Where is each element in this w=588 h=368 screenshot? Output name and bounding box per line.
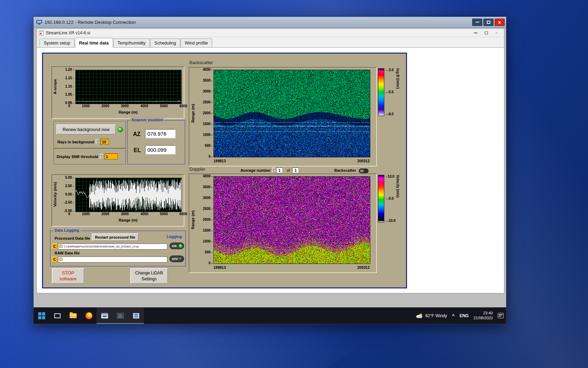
- tick-label: 1000: [82, 104, 90, 108]
- tick-label: 2500: [203, 207, 212, 211]
- tick-label: 4000: [203, 175, 212, 178]
- tick-label: 2000: [203, 111, 212, 115]
- tick-label: 1000: [82, 212, 90, 216]
- renew-background-button[interactable]: Renew background now: [56, 124, 116, 135]
- tick-label: 0: [209, 261, 212, 265]
- tick-label: 1000: [203, 133, 212, 137]
- close-icon: ×: [495, 30, 498, 35]
- az-value-field[interactable]: 078.976: [145, 129, 176, 138]
- backscatter-frame: Range (m) 400035003000250020001500100050…: [189, 67, 377, 166]
- raw-drive-button[interactable]: C: [52, 257, 57, 263]
- remote-desktop-area: StreamLine XR v14-6.vi × System setupRea…: [34, 28, 506, 324]
- tick-label: 3500: [203, 79, 212, 82]
- tab-wind-profile[interactable]: Wind profile: [181, 39, 212, 47]
- rdp-titlebar[interactable]: 192.168.0.122 - Remote Desktop Connectio…: [34, 17, 506, 28]
- folder-browse-icon[interactable]: [59, 245, 63, 248]
- renew-background-led-icon: [118, 127, 123, 132]
- clock-time: 23:40: [483, 311, 493, 316]
- tick-label: 1.05: [65, 93, 74, 96]
- tick-label: 3000: [121, 104, 129, 108]
- weather-cloud-icon: [415, 313, 423, 319]
- change-lidar-settings-button[interactable]: Change LiDAR Settings: [130, 268, 168, 284]
- tick-label: 1.15: [65, 76, 74, 80]
- backscatter-toggle-switch[interactable]: [359, 169, 369, 173]
- raw-logging-switch[interactable]: OFF: [169, 255, 184, 262]
- scan-scheduler-button[interactable]: Scan sched: [112, 307, 128, 324]
- processed-drive-button[interactable]: C: [52, 244, 57, 250]
- ascope-xlabel: Range (m): [75, 110, 181, 114]
- stop-software-button[interactable]: STOP software: [52, 268, 84, 284]
- tab-system-setup[interactable]: System setup: [40, 39, 75, 47]
- taskbar-left: Scan sched: [34, 307, 144, 324]
- tab-strip: System setupReal time dataTemp/humidityS…: [37, 37, 504, 48]
- hidden-icons-chevron[interactable]: ^: [449, 307, 457, 324]
- app-minimize-button[interactable]: [470, 29, 481, 36]
- file-explorer-icon: [70, 313, 77, 318]
- start-button[interactable]: [34, 307, 49, 324]
- minimize-icon: [474, 33, 477, 33]
- app-close-button[interactable]: ×: [491, 29, 502, 36]
- snr-spinner[interactable]: ▲▼: [100, 154, 103, 159]
- clock-widget[interactable]: 23:40 21/08/2023: [471, 307, 495, 324]
- average-total-field[interactable]: 1: [292, 168, 299, 173]
- tick-label: 4000: [203, 68, 212, 71]
- rdp-close-button[interactable]: ×: [495, 19, 505, 26]
- tick-label: 0.00: [65, 193, 74, 196]
- firefox-icon: [85, 312, 92, 319]
- tab-temp-humidity[interactable]: Temp/humidity: [113, 39, 150, 47]
- tick-label: 500: [205, 251, 212, 254]
- el-value-field[interactable]: 000.099: [145, 145, 176, 155]
- streamline-app-button[interactable]: [97, 307, 112, 324]
- windows-logo-icon: [38, 312, 45, 319]
- processed-data-file-label: Processed Data file: [55, 236, 90, 240]
- tick-label: 6000: [180, 104, 187, 108]
- average-number-field[interactable]: 1: [276, 168, 283, 173]
- app-titlebar[interactable]: StreamLine XR v14-6.vi ×: [37, 29, 504, 37]
- document-app-button[interactable]: [128, 307, 144, 324]
- rdp-window-title: 192.168.0.122 - Remote Desktop Connectio…: [44, 20, 471, 25]
- backscatter-toggle-label: Backscatter: [334, 168, 356, 172]
- processed-logging-switch[interactable]: ON: [169, 243, 184, 249]
- rdp-maximize-button[interactable]: [483, 19, 493, 26]
- app-restore-button[interactable]: [481, 29, 491, 36]
- scan-scheduler-icon: Scan sched: [117, 313, 124, 319]
- processed-path-input[interactable]: C:\LiDAR\Data\Proc\2023\202308\20230821\…: [58, 244, 167, 250]
- logging-label: Logging: [167, 234, 182, 239]
- tick-label: 2000: [102, 212, 109, 216]
- tick-label: 4000: [140, 104, 148, 108]
- tick-label: 2.50: [65, 184, 74, 188]
- weather-widget[interactable]: 62°F Windy: [413, 307, 449, 324]
- doppler-xlabels: 199813 200312: [214, 265, 370, 270]
- rays-spinner[interactable]: ▲▼: [96, 139, 99, 145]
- tick-label: 3500: [203, 185, 212, 189]
- average-number-label: Average number: [240, 168, 271, 172]
- scanner-position-box: Scanner position AZ 078.976 EL 000.099: [127, 120, 185, 164]
- backscatter-colorbar-label: log B (/m/sr): [396, 68, 400, 116]
- backscatter-ylabel: Range (m): [191, 70, 195, 157]
- average-number-spinner[interactable]: ▲▼: [272, 168, 275, 173]
- action-center-button[interactable]: [495, 307, 506, 324]
- restart-processed-file-button[interactable]: Restart processed file: [92, 233, 139, 241]
- firefox-button[interactable]: [81, 307, 97, 324]
- stop-button-text: software: [59, 276, 77, 282]
- ascope-graph: A-scope 1.201.151.101.050.99 01000200030…: [51, 66, 184, 119]
- tick-label: 1500: [203, 122, 212, 126]
- raw-path-input[interactable]: [58, 257, 167, 263]
- file-explorer-button[interactable]: [65, 307, 81, 324]
- folder-browse-icon[interactable]: [59, 258, 63, 261]
- tab-real-time-data[interactable]: Real time data: [75, 38, 113, 48]
- rdp-minimize-button[interactable]: [472, 19, 482, 26]
- tab-scheduling[interactable]: Scheduling: [150, 39, 180, 47]
- backscatter-x-end: 200312: [357, 159, 370, 163]
- close-icon: ×: [498, 19, 501, 25]
- labview-vi-icon: [39, 30, 44, 35]
- change-settings-text: Change LiDAR: [135, 270, 163, 276]
- streamline-app-icon: [101, 313, 108, 319]
- language-indicator[interactable]: ENG: [457, 307, 471, 324]
- rays-value-field[interactable]: 10: [100, 139, 109, 145]
- doppler-frame: Range (m) 400035003000250020001500100050…: [189, 173, 377, 273]
- tick-label: -3.0: [386, 68, 394, 72]
- on-label: ON: [172, 244, 177, 248]
- snr-value-field[interactable]: 1: [105, 154, 118, 159]
- task-view-button[interactable]: [49, 307, 65, 324]
